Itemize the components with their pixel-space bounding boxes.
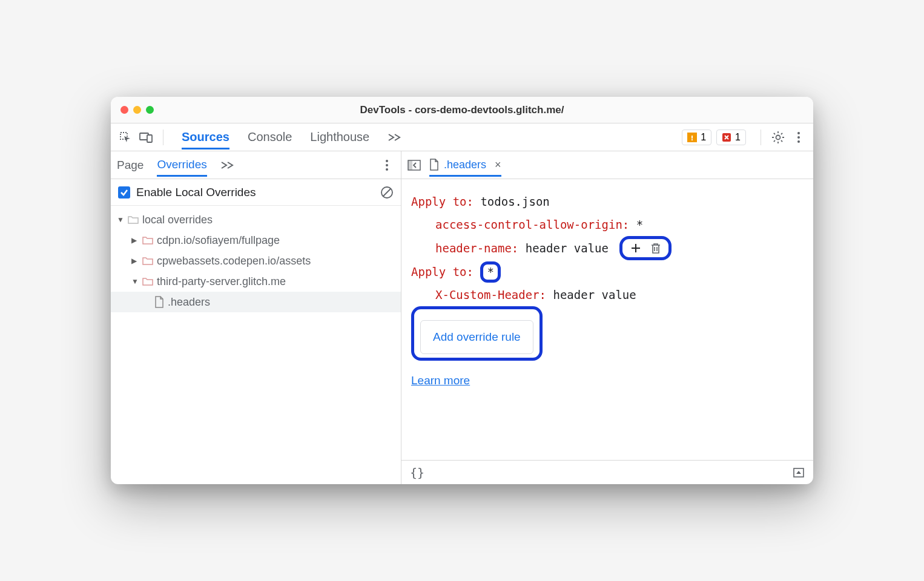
device-toolbar-icon[interactable] — [136, 128, 156, 147]
delete-header-icon[interactable] — [650, 242, 661, 254]
header-value[interactable]: * — [636, 218, 643, 231]
svg-line-14 — [383, 188, 391, 196]
file-tree: ▼ local overrides ▶ cdpn.io/sofiayem/ful… — [111, 206, 401, 316]
tree-root[interactable]: ▼ local overrides — [111, 209, 401, 230]
header-actions-callout — [619, 236, 672, 260]
rule-block: Apply to: * — [411, 260, 804, 283]
chevron-right-icon: ▶ — [131, 236, 139, 245]
tab-console[interactable]: Console — [248, 125, 292, 149]
more-subtabs-icon[interactable] — [220, 161, 234, 169]
inspect-element-icon[interactable] — [116, 128, 135, 147]
apply-to-value[interactable]: * — [487, 264, 493, 280]
header-row: X-Custom-Header: header value — [411, 283, 804, 306]
drawer-toggle-icon[interactable] — [793, 467, 805, 478]
svg-point-9 — [797, 140, 800, 143]
folder-icon — [142, 257, 153, 265]
traffic-lights — [120, 106, 154, 114]
tree-file-label: .headers — [168, 296, 210, 309]
clear-overrides-icon[interactable] — [380, 186, 394, 199]
file-icon — [154, 296, 164, 308]
devtools-window: DevTools - cors-demo-devtools.glitch.me/… — [111, 97, 813, 484]
folder-icon — [142, 277, 153, 286]
chevron-down-icon: ▼ — [117, 215, 124, 224]
svg-point-12 — [386, 168, 388, 171]
tree-folder[interactable]: ▶ cpwebassets.codepen.io/assets — [111, 251, 401, 271]
add-header-icon[interactable] — [630, 242, 642, 254]
tree-folder[interactable]: ▶ cdpn.io/sofiayem/fullpage — [111, 230, 401, 251]
tab-sources[interactable]: Sources — [182, 125, 229, 149]
window-title: DevTools - cors-demo-devtools.glitch.me/ — [111, 104, 813, 116]
rule-block: Apply to: todos.json — [411, 190, 804, 213]
warnings-count: 1 — [701, 132, 706, 143]
editor-tab-label: .headers — [444, 159, 486, 171]
chevron-down-icon: ▼ — [131, 277, 139, 286]
tree-folder-label: cdpn.io/sofiayem/fullpage — [157, 234, 280, 247]
header-row: access-control-allow-origin: * — [411, 213, 804, 236]
tree-file[interactable]: .headers — [111, 292, 401, 312]
svg-rect-4 — [691, 139, 693, 140]
add-override-rule-button[interactable]: Add override rule — [420, 320, 533, 354]
navigator-pane: Page Overrides Enable Local Overrides — [111, 151, 401, 484]
tab-lighthouse[interactable]: Lighthouse — [310, 125, 369, 149]
svg-rect-3 — [691, 136, 693, 139]
zoom-window-button[interactable] — [146, 106, 154, 114]
svg-point-11 — [386, 164, 388, 166]
main-toolbar: Sources Console Lighthouse 1 1 — [111, 123, 813, 151]
folder-icon — [128, 215, 139, 224]
tree-folder-label: cpwebassets.codepen.io/assets — [157, 255, 311, 268]
enable-overrides-label: Enable Local Overrides — [136, 186, 256, 199]
enable-overrides-row: Enable Local Overrides — [111, 179, 401, 206]
file-icon — [429, 159, 439, 171]
issue-counters: 1 1 — [682, 130, 746, 145]
panel-tabs: Sources Console Lighthouse — [171, 125, 401, 149]
chevron-right-icon: ▶ — [131, 257, 139, 265]
more-menu-icon[interactable] — [789, 128, 808, 147]
separator — [163, 130, 163, 145]
svg-point-6 — [776, 135, 780, 139]
close-tab-icon[interactable]: × — [495, 159, 501, 171]
tree-folder-label: third-party-server.glitch.me — [157, 275, 286, 288]
header-row: header-name: header value — [411, 236, 804, 260]
more-tabs-icon[interactable] — [388, 128, 401, 146]
subtab-overrides[interactable]: Overrides — [157, 153, 206, 177]
headers-editor: Apply to: todos.json access-control-allo… — [401, 179, 813, 460]
enable-overrides-checkbox[interactable] — [118, 186, 130, 199]
navigator-menu-icon[interactable] — [379, 159, 395, 171]
apply-to-label: Apply to — [411, 265, 467, 278]
error-icon — [722, 133, 731, 142]
warnings-badge[interactable]: 1 — [682, 130, 711, 145]
apply-to-value[interactable]: todos.json — [480, 195, 549, 208]
pretty-print-icon[interactable]: {} — [410, 465, 424, 480]
svg-point-10 — [386, 160, 388, 162]
svg-rect-2 — [147, 135, 152, 142]
header-name[interactable]: X-Custom-Header — [435, 288, 540, 301]
navigator-tabs: Page Overrides — [111, 151, 401, 179]
svg-point-7 — [797, 132, 800, 134]
svg-point-8 — [797, 136, 800, 139]
editor-tabbar: .headers × — [401, 151, 813, 179]
panel-body: Page Overrides Enable Local Overrides — [111, 151, 813, 484]
header-name[interactable]: access-control-allow-origin — [435, 218, 622, 231]
svg-rect-16 — [408, 160, 412, 170]
header-value[interactable]: header value — [553, 288, 636, 301]
editor-pane: .headers × Apply to: todos.json access-c… — [401, 151, 813, 484]
folder-icon — [142, 236, 153, 245]
errors-badge[interactable]: 1 — [716, 130, 746, 145]
editor-tab-headers[interactable]: .headers × — [429, 154, 501, 177]
learn-more-link[interactable]: Learn more — [411, 369, 804, 392]
warning-icon — [687, 133, 697, 142]
toggle-navigator-icon[interactable] — [408, 160, 421, 171]
editor-statusbar: {} — [401, 460, 813, 484]
separator — [761, 130, 761, 145]
tree-root-label: local overrides — [142, 214, 213, 226]
minimize-window-button[interactable] — [133, 106, 141, 114]
settings-icon[interactable] — [768, 128, 788, 147]
header-value[interactable]: header value — [526, 241, 609, 255]
header-name[interactable]: header-name — [435, 241, 512, 255]
titlebar: DevTools - cors-demo-devtools.glitch.me/ — [111, 97, 813, 123]
tree-folder[interactable]: ▼ third-party-server.glitch.me — [111, 271, 401, 292]
subtab-page[interactable]: Page — [117, 154, 144, 177]
close-window-button[interactable] — [120, 106, 128, 114]
errors-count: 1 — [735, 132, 741, 143]
apply-to-label: Apply to — [411, 195, 467, 208]
